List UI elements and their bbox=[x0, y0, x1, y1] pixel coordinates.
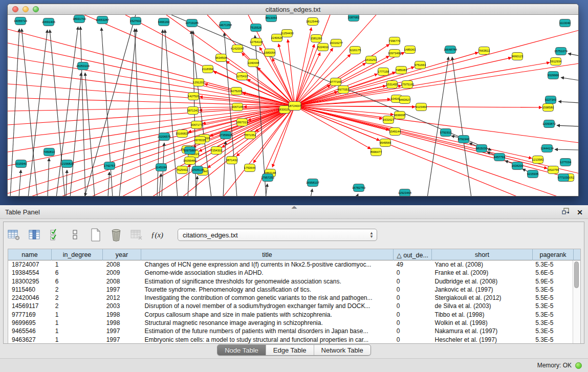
graph-node-label: 17957253 bbox=[261, 176, 274, 179]
graph-edge bbox=[295, 106, 560, 196]
table-cell: 0 bbox=[393, 294, 431, 302]
graph-node-label: 1777158 bbox=[378, 70, 389, 73]
column-header-short[interactable]: short bbox=[432, 249, 533, 260]
graph-edge bbox=[28, 106, 295, 196]
column-header-name[interactable]: name bbox=[8, 249, 52, 260]
column-visibility-icon[interactable] bbox=[27, 228, 41, 242]
row-select-icon[interactable] bbox=[48, 228, 62, 242]
application-window: citations_edges.txt 22406281275410741420… bbox=[0, 0, 588, 372]
table-cell: 5.3E-5 bbox=[532, 336, 573, 343]
graph-node-label: 1867313 bbox=[236, 121, 248, 124]
graph-edge bbox=[50, 30, 65, 196]
graph-node-label: 2087682 bbox=[348, 16, 360, 19]
graph-node-label: 9699695 bbox=[394, 114, 406, 117]
graph-node-label: 1810755 bbox=[548, 168, 559, 171]
scrollbar-thumb[interactable] bbox=[574, 261, 579, 288]
graph-edge bbox=[108, 172, 110, 196]
graph-node-label: 1291202 bbox=[193, 81, 205, 84]
table-cell: 49 bbox=[393, 260, 431, 269]
vertical-scrollbar[interactable] bbox=[573, 260, 580, 343]
status-bar: Memory: OK bbox=[0, 358, 588, 372]
table-selector-dropdown[interactable]: citations_edges.txt ▲▼ bbox=[178, 229, 377, 241]
delete-table-icon[interactable] bbox=[129, 228, 144, 242]
table-cell: 1 bbox=[52, 319, 103, 327]
delete-icon[interactable] bbox=[109, 228, 123, 242]
table-header-row: namein_degreeyeartitle△ out_de...shortpa… bbox=[8, 249, 580, 260]
table-row[interactable]: 1456911722003Disruption of a novel membe… bbox=[8, 302, 573, 310]
minimize-button[interactable] bbox=[23, 6, 29, 12]
graph-node-label: 15751074 bbox=[554, 50, 568, 53]
table-row[interactable]: 946362711997Embryonic stem cells: a mode… bbox=[8, 336, 573, 343]
table-cell: Dudbridge et al. (2008) bbox=[431, 277, 532, 286]
desktop-background: citations_edges.txt 22406281275410741420… bbox=[0, 0, 588, 205]
table-cell: 18724007 bbox=[8, 260, 52, 269]
table-cell: 2008 bbox=[103, 277, 141, 286]
graph-node-label: 12156829 bbox=[60, 162, 74, 165]
network-window[interactable]: citations_edges.txt 22406281275410741420… bbox=[7, 4, 579, 196]
close-icon[interactable]: ✕ bbox=[577, 208, 583, 216]
table-row[interactable]: 2242004622012Investigating the contribut… bbox=[8, 294, 573, 302]
table-row[interactable]: 946554611997Estimation of the future num… bbox=[8, 327, 573, 335]
graph-edge bbox=[555, 149, 579, 150]
zoom-button[interactable] bbox=[33, 6, 39, 12]
graph-node-label: 8224011 bbox=[317, 46, 329, 49]
graph-edge bbox=[257, 68, 295, 106]
tab-network-table[interactable]: Network Table bbox=[314, 345, 371, 355]
graph-node-label: 16316277 bbox=[330, 41, 343, 45]
graph-node-label: 10719185 bbox=[185, 21, 199, 25]
graph-node-label: 12444134 bbox=[540, 147, 554, 150]
graph-node-label: 2240628 bbox=[271, 36, 283, 39]
column-header-title[interactable]: title bbox=[141, 249, 394, 260]
tab-edge-table[interactable]: Edge Table bbox=[266, 345, 314, 355]
table-options-icon[interactable] bbox=[7, 228, 21, 242]
table-cell: Disruption of a novel member of a sodium… bbox=[141, 302, 393, 310]
table-cell: 5.3E-5 bbox=[532, 286, 573, 294]
table-cell: 2 bbox=[52, 302, 103, 310]
graph-node-label: 1583054 bbox=[264, 51, 276, 54]
table-cell: 1 bbox=[52, 311, 103, 319]
network-canvas[interactable]: 2240628127541074142004796345082118394129… bbox=[8, 15, 579, 196]
graph-node-label: 9634508 bbox=[215, 56, 227, 59]
tab-node-table[interactable]: Node Table bbox=[217, 345, 266, 355]
graph-node-label: 7871352 bbox=[245, 134, 256, 137]
graph-node-label: 1427520 bbox=[188, 95, 200, 98]
column-header-out_de[interactable]: △ out_de... bbox=[394, 249, 432, 260]
table-cell: 9777169 bbox=[8, 311, 52, 319]
table-cell: Tibbo et al. (1998) bbox=[431, 311, 532, 319]
column-header-in_degree[interactable]: in_degree bbox=[52, 249, 103, 260]
table-cell: 1997 bbox=[103, 336, 141, 343]
close-button[interactable] bbox=[12, 6, 18, 12]
graph-node-label: 1634200 bbox=[512, 164, 524, 167]
graph-edge bbox=[157, 30, 163, 196]
graph-node-label: 18931700 bbox=[73, 17, 86, 20]
graph-edge bbox=[21, 29, 37, 196]
table-cell: 5.5E-5 bbox=[532, 294, 573, 302]
table-row[interactable]: 977716911998Corpus callosum shape and si… bbox=[8, 311, 573, 319]
graph-node-label: 15166827 bbox=[176, 132, 189, 135]
column-header-year[interactable]: year bbox=[103, 249, 141, 260]
memory-status-label: Memory: OK bbox=[537, 362, 572, 369]
table-row[interactable]: 1938455462009Genome-wide association stu… bbox=[8, 269, 573, 277]
table-cell: 5.3E-5 bbox=[532, 260, 573, 269]
table-row[interactable]: 969969511998Structural magnetic resonanc… bbox=[8, 319, 573, 327]
table-row[interactable]: 911546021997Tourette syndrome. Phenomeno… bbox=[8, 286, 573, 294]
panel-resize-handle[interactable]: ◢◣ bbox=[291, 206, 297, 209]
graph-edge bbox=[135, 29, 142, 196]
graph-node-label: 1485063 bbox=[404, 48, 416, 51]
memory-status-indicator[interactable] bbox=[575, 362, 582, 369]
list-icon[interactable] bbox=[68, 228, 82, 242]
table-row[interactable]: 1830029562008Estimation of significance … bbox=[8, 277, 573, 286]
table-row[interactable]: 1872400712008Changes of HCN gene express… bbox=[8, 260, 573, 269]
column-header-pagerank[interactable]: pagerank bbox=[533, 249, 574, 260]
graph-node-label: 16648784 bbox=[444, 48, 458, 51]
float-window-icon[interactable] bbox=[562, 208, 570, 217]
network-window-titlebar[interactable]: citations_edges.txt bbox=[8, 4, 578, 15]
graph-node-label: 8791940 bbox=[458, 138, 470, 141]
graph-node-label: 8813054 bbox=[266, 16, 277, 19]
graph-node-label: 1631627 bbox=[383, 118, 395, 121]
table-panel-title: Table Panel bbox=[0, 208, 40, 216]
table-cell: 0 bbox=[393, 336, 431, 343]
function-builder-icon[interactable]: ƒ(x) bbox=[150, 228, 164, 242]
table-toolbar: ƒ(x) citations_edges.txt ▲▼ bbox=[7, 226, 377, 244]
new-file-icon[interactable] bbox=[89, 228, 103, 242]
